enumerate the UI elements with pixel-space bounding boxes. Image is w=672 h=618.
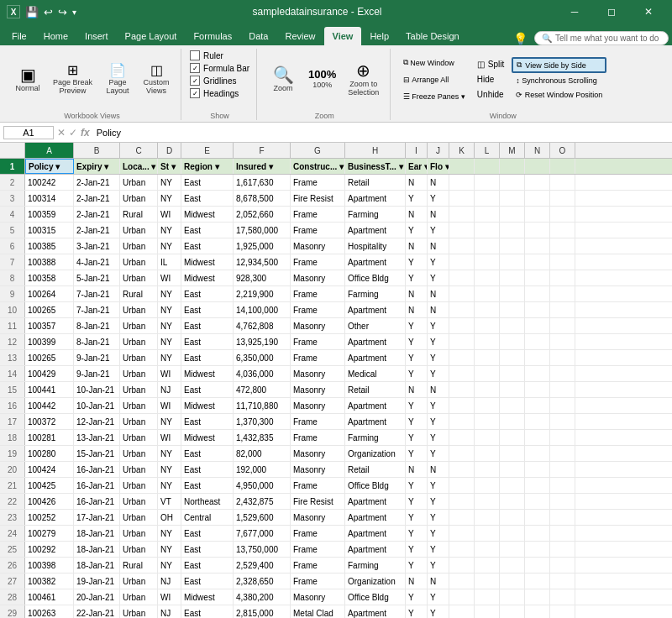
cell[interactable]: Y [406,254,428,270]
cell[interactable] [550,302,575,317]
cell[interactable] [550,159,575,174]
cell[interactable]: Loca... ▾ [120,159,158,174]
cell[interactable]: Ear ▾ [406,159,428,174]
cell[interactable]: BusinessT... ▾ [345,159,406,174]
cell[interactable]: 8-Jan-21 [74,318,120,333]
headings-checkbox[interactable]: ✓ [190,88,200,98]
cell[interactable]: Central [181,510,234,525]
cell[interactable] [449,302,475,317]
cell[interactable]: Apartment [345,334,406,349]
cell[interactable]: WI [158,430,181,445]
cell[interactable]: 20-Jan-21 [74,589,120,605]
cell[interactable]: Masonry [291,510,345,525]
cell[interactable]: 100442 [25,398,74,413]
cell[interactable]: Urban [120,605,158,618]
cell[interactable]: Urban [120,175,158,190]
table-row[interactable]: 1610044210-Jan-21UrbanWIMidwest11,710,88… [0,398,672,414]
cell[interactable]: 17,580,000 [234,223,291,238]
cell[interactable]: Frame [291,302,345,317]
cell[interactable]: Midwest [181,366,234,381]
cell[interactable] [449,207,475,222]
cell[interactable]: 4,036,000 [234,366,291,381]
cell[interactable] [550,318,575,333]
cell[interactable]: Y [406,398,428,413]
cell[interactable] [475,159,500,174]
cell[interactable]: 2-Jan-21 [74,207,120,222]
cell[interactable] [449,366,475,381]
cell[interactable]: East [181,478,234,493]
cell[interactable]: 16-Jan-21 [74,462,120,477]
cell[interactable]: NY [158,286,181,301]
cell[interactable] [550,223,575,238]
cell[interactable]: NY [158,223,181,238]
cell[interactable]: 1,432,835 [234,430,291,445]
cell[interactable]: Midwest [181,254,234,270]
custom-views-button[interactable]: ◫ CustomViews [139,61,174,98]
cell[interactable] [550,430,575,445]
col-header-f[interactable]: F [234,143,291,158]
cell[interactable]: 100357 [25,318,74,333]
cell[interactable]: Medical [345,366,406,381]
table-row[interactable]: 2910026322-Jan-21UrbanNJEast2,815,000Met… [0,605,672,618]
tab-home[interactable]: Home [35,27,76,45]
cell[interactable]: Frame [291,223,345,238]
cell[interactable] [449,350,475,365]
cell[interactable] [475,558,500,573]
cell[interactable] [525,191,550,206]
cell[interactable]: Apartment [345,542,406,557]
minimize-button[interactable]: ─ [558,0,591,24]
restore-button[interactable]: ◻ [595,0,628,24]
cell[interactable]: N [406,207,428,222]
cell[interactable]: East [181,558,234,573]
table-row[interactable]: 2710038219-Jan-21UrbanNJEast2,328,650Fra… [0,573,672,589]
cell[interactable] [550,414,575,429]
cell[interactable] [500,558,525,573]
cell[interactable] [449,223,475,238]
cell[interactable] [449,414,475,429]
cell[interactable]: 2,529,400 [234,558,291,573]
col-header-i[interactable]: I [406,143,428,158]
cell[interactable]: East [181,350,234,365]
zoom-100-button[interactable]: 100% 100% [304,66,340,92]
cell[interactable]: Y [428,334,449,349]
cell[interactable] [449,286,475,301]
cell[interactable]: 16-Jan-21 [74,478,120,493]
cell[interactable]: Y [406,430,428,445]
cell[interactable]: East [181,446,234,461]
cell[interactable]: 472,800 [234,382,291,397]
cell[interactable] [525,478,550,493]
cell[interactable] [550,334,575,349]
table-row[interactable]: 2510029218-Jan-21UrbanNYEast13,750,000Fr… [0,542,672,558]
col-header-j[interactable]: J [428,143,449,158]
cell[interactable]: Urban [120,510,158,525]
cell[interactable]: Office Bldg [345,270,406,285]
cell[interactable]: East [181,175,234,190]
tab-help[interactable]: Help [361,27,397,45]
cell[interactable]: Y [428,558,449,573]
cell[interactable] [500,302,525,317]
cell[interactable]: Apartment [345,350,406,365]
table-row[interactable]: 1510044110-Jan-21UrbanNJEast472,800Mason… [0,382,672,398]
cell[interactable]: Y [406,605,428,618]
cell[interactable]: 100425 [25,478,74,493]
cell[interactable]: Office Bldg [345,478,406,493]
cell[interactable] [449,526,475,541]
cell[interactable] [449,191,475,206]
cell[interactable] [475,175,500,190]
cell[interactable] [525,494,550,509]
arrange-all-button[interactable]: ⊟ Arrange All [399,72,470,87]
cell[interactable] [449,159,475,174]
cell[interactable] [475,223,500,238]
cell[interactable] [525,175,550,190]
cell[interactable]: Apartment [345,223,406,238]
cell[interactable]: NY [158,175,181,190]
cell[interactable]: Office Bldg [345,589,406,605]
cell[interactable] [500,573,525,589]
cell[interactable]: NY [158,558,181,573]
cell[interactable]: Metal Clad [291,605,345,618]
cell[interactable]: Y [406,334,428,349]
cell[interactable]: Frame [291,414,345,429]
col-header-o[interactable]: O [550,143,575,158]
cell[interactable]: Urban [120,573,158,589]
customize-qat-icon[interactable]: ▾ [72,8,76,17]
